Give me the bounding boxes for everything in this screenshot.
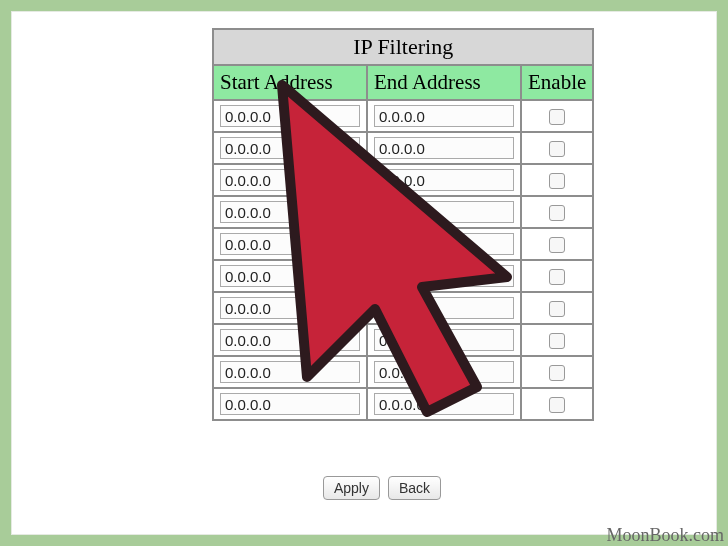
end-address-input[interactable]: [374, 105, 514, 127]
start-address-input[interactable]: [220, 393, 360, 415]
table-row: [213, 356, 593, 388]
start-address-input[interactable]: [220, 297, 360, 319]
enable-checkbox[interactable]: [549, 173, 565, 189]
end-address-input[interactable]: [374, 393, 514, 415]
col-enable: Enable: [521, 65, 593, 100]
table-row: [213, 100, 593, 132]
enable-checkbox[interactable]: [549, 109, 565, 125]
col-start-address: Start Address: [213, 65, 367, 100]
ip-filtering-table: IP Filtering Start Address End Address E…: [212, 28, 594, 421]
table-row: [213, 164, 593, 196]
table-row: [213, 292, 593, 324]
end-address-input[interactable]: [374, 265, 514, 287]
start-address-input[interactable]: [220, 265, 360, 287]
apply-button[interactable]: Apply: [323, 476, 380, 500]
enable-checkbox[interactable]: [549, 237, 565, 253]
start-address-input[interactable]: [220, 201, 360, 223]
end-address-input[interactable]: [374, 137, 514, 159]
enable-checkbox[interactable]: [549, 397, 565, 413]
enable-checkbox[interactable]: [549, 333, 565, 349]
end-address-input[interactable]: [374, 169, 514, 191]
start-address-input[interactable]: [220, 233, 360, 255]
col-end-address: End Address: [367, 65, 521, 100]
enable-checkbox[interactable]: [549, 301, 565, 317]
start-address-input[interactable]: [220, 137, 360, 159]
enable-checkbox[interactable]: [549, 141, 565, 157]
start-address-input[interactable]: [220, 361, 360, 383]
start-address-input[interactable]: [220, 105, 360, 127]
start-address-input[interactable]: [220, 169, 360, 191]
end-address-input[interactable]: [374, 201, 514, 223]
end-address-input[interactable]: [374, 361, 514, 383]
table-row: [213, 260, 593, 292]
end-address-input[interactable]: [374, 329, 514, 351]
table-row: [213, 228, 593, 260]
watermark: MoonBook.com: [606, 525, 724, 546]
table-row: [213, 196, 593, 228]
enable-checkbox[interactable]: [549, 365, 565, 381]
table-row: [213, 324, 593, 356]
back-button[interactable]: Back: [388, 476, 441, 500]
table-row: [213, 388, 593, 420]
end-address-input[interactable]: [374, 233, 514, 255]
start-address-input[interactable]: [220, 329, 360, 351]
table-row: [213, 132, 593, 164]
enable-checkbox[interactable]: [549, 269, 565, 285]
table-title: IP Filtering: [213, 29, 593, 65]
end-address-input[interactable]: [374, 297, 514, 319]
enable-checkbox[interactable]: [549, 205, 565, 221]
